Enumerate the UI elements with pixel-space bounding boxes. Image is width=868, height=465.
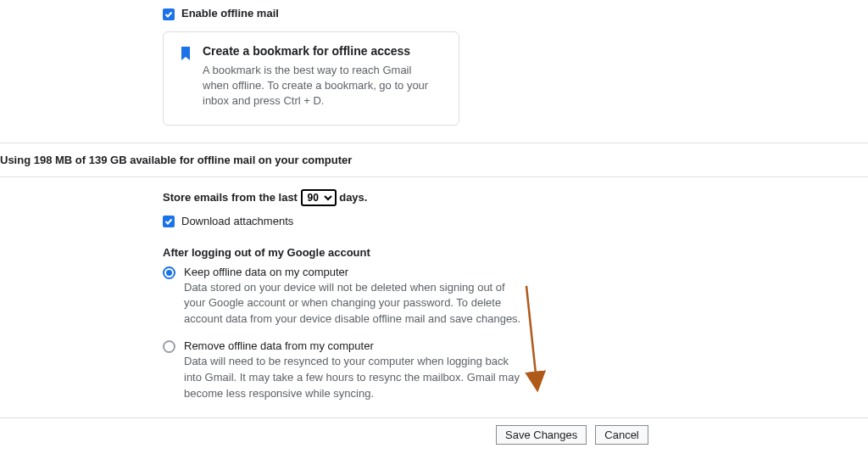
bookmark-card-body: A bookmark is the best way to reach Gmai… [203,63,431,109]
store-emails-line: Store emails from the last 90 days. [163,177,817,206]
keep-data-label: Keep offline data on my computer [184,266,523,278]
enable-offline-checkbox[interactable] [163,8,175,20]
keep-data-desc: Data stored on your device will not be d… [184,280,523,328]
store-suffix: days. [339,191,367,204]
save-button[interactable]: Save Changes [496,425,587,445]
enable-offline-label: Enable offline mail [181,7,279,20]
download-attachments-checkbox[interactable] [163,216,175,227]
bookmark-card: Create a bookmark for offline access A b… [163,31,459,126]
remove-data-radio[interactable] [163,340,175,353]
bookmark-icon [179,46,192,109]
store-prefix: Store emails from the last [163,191,298,204]
download-attachments-label: Download attachments [181,215,293,227]
footer-bar: Save Changes Cancel [0,417,868,451]
keep-data-radio[interactable] [163,266,175,279]
store-days-select[interactable]: 90 [301,189,337,206]
bookmark-card-title: Create a bookmark for offline access [203,44,431,58]
remove-data-label: Remove offline data from my computer [184,339,523,352]
logout-heading: After logging out of my Google account [163,246,817,259]
storage-usage-text: Using 198 MB of 139 GB available for off… [0,143,868,176]
remove-data-desc: Data will need to be resynced to your co… [184,354,523,402]
cancel-button[interactable]: Cancel [595,425,648,445]
